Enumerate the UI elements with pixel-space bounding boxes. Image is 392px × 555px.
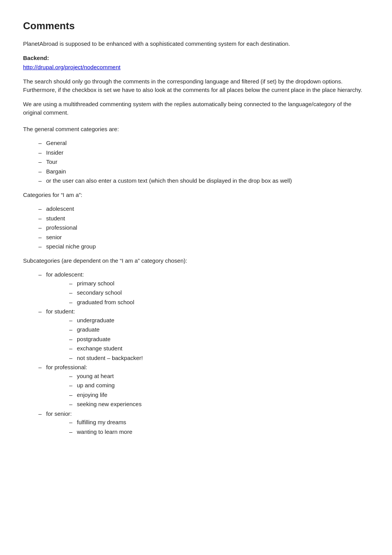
subcategory-student-items: undergraduate graduate postgraduate exch… [46,316,369,363]
list-item: General [38,139,369,148]
list-item: young at heart [69,372,369,381]
backend-label: Backend: [23,54,369,63]
list-item: wanting to learn more [69,428,369,437]
iam-categories-list: adolescent student professional senior s… [23,205,369,251]
list-item: fulfilling my dreams [69,418,369,427]
list-item: special niche group [38,242,369,251]
page-title: Comments [23,18,369,33]
list-item: postgraduate [69,335,369,344]
list-item: primary school [69,279,369,288]
list-item: secondary school [69,288,369,297]
subcategory-professional: for professional: young at heart up and … [38,363,369,409]
subcategories-list: for adolescent: primary school secondary… [23,270,369,436]
backend-link[interactable]: http://drupal.org/project/nodecomment [23,64,120,70]
list-item: Tour [38,158,369,167]
general-categories-list: General Insider Tour Bargain or the user… [23,139,369,185]
paragraph2: We are using a multithreaded commenting … [23,100,369,117]
iam-intro: Categories for “I am a”: [23,191,369,200]
list-item: professional [38,223,369,232]
subcategory-senior: for senior: fulfilling my dreams wanting… [38,410,369,437]
list-item: undergraduate [69,316,369,325]
list-item: adolescent [38,205,369,213]
list-item: enjoying life [69,391,369,400]
backend-section: Backend: http://drupal.org/project/nodec… [23,54,369,72]
list-item: Bargain [38,167,369,176]
subcategory-senior-items: fulfilling my dreams wanting to learn mo… [46,418,369,436]
list-item: or the user can also enter a custom text… [38,177,369,185]
list-item: Insider [38,148,369,157]
subcategory-adolescent-items: primary school secondary school graduate… [46,279,369,307]
paragraph1: The search should only go through the co… [23,77,369,95]
subcategory-professional-items: young at heart up and coming enjoying li… [46,372,369,409]
list-item: seeking new experiences [69,400,369,409]
list-item: student [38,214,369,223]
general-intro: The general comment categories are: [23,125,369,134]
list-item: graduate [69,325,369,334]
intro-paragraph: PlanetAbroad is supposed to be enhanced … [23,40,369,48]
list-item: exchange student [69,344,369,353]
list-item: senior [38,233,369,242]
subcategory-adolescent: for adolescent: primary school secondary… [38,270,369,307]
subcategory-student: for student: undergraduate graduate post… [38,307,369,362]
list-item: not student – backpacker! [69,354,369,363]
list-item: up and coming [69,381,369,390]
list-item: graduated from school [69,298,369,307]
subcategories-intro: Subcategories (are dependent on the “I a… [23,257,369,265]
